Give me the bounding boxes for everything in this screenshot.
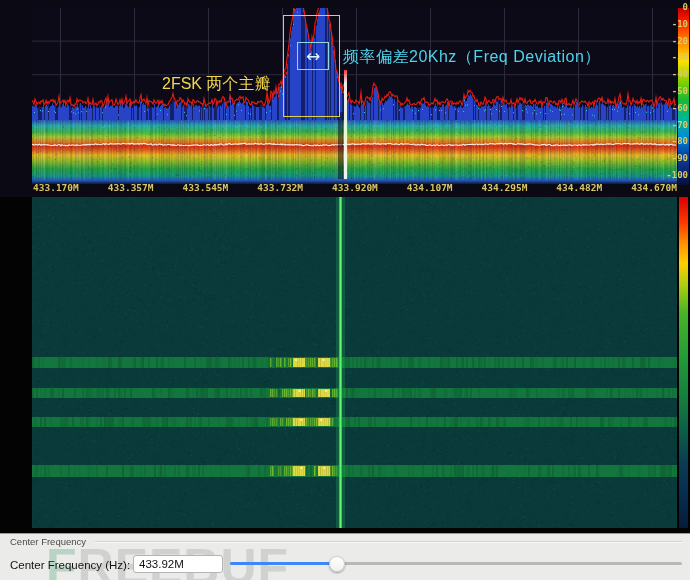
freq-tick-label: 433.732M bbox=[257, 182, 303, 193]
db-tick-label: -70 bbox=[660, 120, 688, 130]
db-tick-label: -60 bbox=[660, 103, 688, 113]
db-tick-label: -80 bbox=[660, 136, 688, 146]
slider-track[interactable] bbox=[230, 562, 682, 565]
2fsk-lobes-label: 2FSK 两个主瓣 bbox=[162, 74, 270, 95]
db-tick-label: -100 bbox=[660, 170, 688, 180]
frequency-slider[interactable] bbox=[228, 554, 684, 574]
slider-handle[interactable] bbox=[329, 556, 345, 572]
double-arrow-icon: ↔ bbox=[306, 48, 320, 65]
groupbox-groove-line bbox=[95, 541, 682, 543]
slider-fill bbox=[230, 562, 338, 565]
freq-tick-label: 434.107M bbox=[407, 182, 453, 193]
center-frequency-input[interactable] bbox=[133, 555, 223, 573]
db-tick-label: -50 bbox=[660, 86, 688, 96]
spectrum-canvas[interactable] bbox=[32, 8, 677, 184]
control-panel: FREEBUF Center Frequency Center Frequenc… bbox=[0, 533, 690, 580]
freq-tick-label: 434.670M bbox=[631, 182, 677, 193]
freq-tick-label: 433.170M bbox=[33, 182, 79, 193]
group-title: Center Frequency bbox=[10, 536, 86, 547]
db-tick-label: -90 bbox=[660, 153, 688, 163]
db-tick-label: -20 bbox=[660, 36, 688, 46]
sdr-application-window: 433.170M433.357M433.545M433.732M433.920M… bbox=[0, 0, 690, 580]
frequency-axis: 433.170M433.357M433.545M433.732M433.920M… bbox=[33, 182, 677, 193]
waterfall-colorbar bbox=[679, 197, 688, 528]
center-frequency-label: Center Frequency (Hz): bbox=[10, 559, 130, 571]
freq-deviation-label: 频率偏差20Khz（Freq Deviation） bbox=[343, 47, 601, 68]
waterfall-panel bbox=[0, 197, 690, 533]
spectrum-panel: 433.170M433.357M433.545M433.732M433.920M… bbox=[0, 0, 690, 197]
db-tick-label: 0 bbox=[660, 2, 688, 12]
db-tick-label: -40 bbox=[660, 69, 688, 79]
freq-tick-label: 433.357M bbox=[108, 182, 154, 193]
deviation-arrow-box: ↔ bbox=[297, 42, 329, 70]
freq-tick-label: 434.295M bbox=[482, 182, 528, 193]
freq-tick-label: 433.920M bbox=[332, 182, 378, 193]
freq-tick-label: 433.545M bbox=[183, 182, 229, 193]
db-tick-label: -10 bbox=[660, 19, 688, 29]
freq-tick-label: 434.482M bbox=[556, 182, 602, 193]
waterfall-canvas[interactable] bbox=[32, 197, 677, 528]
db-tick-label: -30 bbox=[660, 52, 688, 62]
